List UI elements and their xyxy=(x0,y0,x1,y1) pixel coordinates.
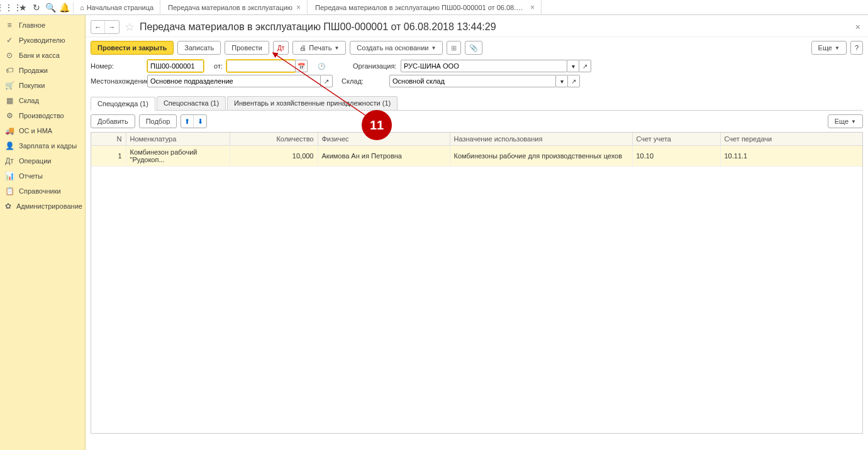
sidebar-label: Продажи xyxy=(19,67,48,74)
grid-icon: ▦ xyxy=(5,96,14,105)
nav-back-button[interactable]: ← xyxy=(91,21,105,33)
chevron-down-icon: ▾ xyxy=(572,63,575,70)
add-row-button[interactable]: Добавить xyxy=(91,114,135,128)
sidebar-item-salary[interactable]: 👤Зарплата и кадры xyxy=(0,138,85,153)
sidebar-item-main[interactable]: ≡Главное xyxy=(0,18,85,33)
org-label: Организация: xyxy=(353,62,397,70)
calendar-button[interactable]: 📅 xyxy=(295,60,308,72)
entries-icon: Дт xyxy=(277,45,284,52)
sidebar-label: Справочники xyxy=(19,187,61,195)
open-button[interactable]: ↗ xyxy=(320,75,333,87)
open-button[interactable]: ↗ xyxy=(567,75,580,87)
tab-tooling[interactable]: Спецоснастка (1) xyxy=(157,96,226,110)
table-more-button[interactable]: Еще▼ xyxy=(828,114,863,128)
post-button[interactable]: Провести xyxy=(225,41,269,55)
sidebar-item-bank[interactable]: ⊙Банк и касса xyxy=(0,48,85,63)
sidebar-item-sales[interactable]: 🏷Продажи xyxy=(0,63,85,78)
tree-icon: ⊞ xyxy=(451,44,457,52)
date-label: от: xyxy=(208,62,223,70)
chevron-down-icon: ▾ xyxy=(560,78,564,85)
post-and-close-button[interactable]: Провести и закрыть xyxy=(91,41,174,55)
tab-doc-2[interactable]: Передача материалов в эксплуатацию ПШ00-… xyxy=(309,0,542,15)
sidebar-item-admin[interactable]: ✿Администрирование xyxy=(0,199,85,214)
col-header-transfer-account[interactable]: Счет передачи xyxy=(720,133,862,146)
table-row[interactable]: 1 Комбинезон рабочий "Рудокоп... 10,000 … xyxy=(91,146,862,167)
col-header-account[interactable]: Счет учета xyxy=(632,133,720,146)
org-input-group: ▾ ↗ xyxy=(401,60,591,72)
dropdown-button[interactable]: ▾ xyxy=(555,75,568,87)
calendar-icon: 📅 xyxy=(298,63,305,70)
sidebar-item-purchases[interactable]: 🛒Покупки xyxy=(0,78,85,93)
location-input[interactable] xyxy=(147,75,321,87)
sidebar-item-operations[interactable]: ДтОперации xyxy=(0,153,85,168)
print-button[interactable]: 🖨Печать▼ xyxy=(292,41,346,55)
bell-icon[interactable]: 🔔 xyxy=(58,1,70,14)
warehouse-input-group: ▾ ↗ xyxy=(389,75,580,87)
create-based-label: Создать на основании xyxy=(357,44,428,52)
move-down-button[interactable]: ⬇ xyxy=(194,115,206,128)
save-button[interactable]: Записать xyxy=(177,41,221,55)
table-toolbar: Добавить Подбор ⬆ ⬇ Еще▼ xyxy=(86,111,868,132)
tab-home[interactable]: ⌂ Начальная страница xyxy=(76,0,160,15)
col-header-purpose[interactable]: Назначение использования xyxy=(450,133,632,146)
create-based-on-button[interactable]: Создать на основании▼ xyxy=(350,41,443,55)
sidebar-item-directories[interactable]: 📋Справочники xyxy=(0,184,85,199)
dropdown-button[interactable]: ▾ xyxy=(567,60,579,72)
tab-close-icon[interactable]: × xyxy=(530,3,535,12)
sidebar-label: Операции xyxy=(19,157,51,165)
structure-button[interactable]: ⊞ xyxy=(447,41,461,55)
page-title-bar: ← → ☆ Передача материалов в эксплуатацию… xyxy=(86,15,868,37)
date-input[interactable] xyxy=(226,60,296,72)
col-header-n[interactable]: N xyxy=(91,133,126,146)
person-icon: 👤 xyxy=(5,141,14,150)
sidebar-label: Склад xyxy=(19,97,39,104)
date-input-group: 📅 xyxy=(226,60,308,72)
help-button[interactable]: ? xyxy=(850,41,863,55)
truck-icon: 🚚 xyxy=(5,126,14,135)
apps-icon[interactable]: ⋮⋮⋮ xyxy=(3,1,15,14)
col-header-quantity[interactable]: Количество xyxy=(230,133,318,146)
show-entries-button[interactable]: Дт xyxy=(273,41,289,55)
star-icon[interactable]: ★ xyxy=(16,1,29,14)
tab-doc-2-label: Передача материалов в эксплуатацию ПШ00-… xyxy=(315,4,526,11)
favorite-star-icon[interactable]: ☆ xyxy=(125,20,135,34)
top-toolbar: ⋮⋮⋮ ★ ↻ 🔍 🔔 ⌂ Начальная страница Передач… xyxy=(0,0,868,15)
move-row-group: ⬆ ⬇ xyxy=(181,114,207,128)
tab-inventory[interactable]: Инвентарь и хозяйственные принадлежности… xyxy=(227,96,398,110)
select-items-button[interactable]: Подбор xyxy=(139,114,177,128)
sidebar-label: Руководителю xyxy=(19,36,65,44)
entry-icon: Дт xyxy=(5,156,14,165)
open-button[interactable]: ↗ xyxy=(579,60,591,72)
number-input[interactable] xyxy=(147,60,204,72)
sidebar-item-manager[interactable]: ✓Руководителю xyxy=(0,33,85,48)
sidebar-item-assets[interactable]: 🚚ОС и НМА xyxy=(0,123,85,138)
move-up-button[interactable]: ⬆ xyxy=(181,115,194,128)
sidebar-item-reports[interactable]: 📊Отчеты xyxy=(0,168,85,184)
settings-icon: ✿ xyxy=(5,202,11,211)
cell-n: 1 xyxy=(91,146,126,167)
search-icon[interactable]: 🔍 xyxy=(44,1,57,14)
tab-doc-1[interactable]: Передача материалов в эксплуатацию × xyxy=(162,0,308,15)
tab-workwear[interactable]: Спецодежда (1) xyxy=(91,97,155,111)
cell-nomenclature: Комбинезон рабочий "Рудокоп... xyxy=(126,146,230,167)
nav-forward-button[interactable]: → xyxy=(105,21,119,33)
org-input[interactable] xyxy=(401,60,567,72)
close-page-button[interactable]: × xyxy=(853,22,863,32)
sidebar-item-production[interactable]: ⚙Производство xyxy=(0,108,85,123)
attachments-button[interactable]: 📎 xyxy=(465,41,482,55)
warehouse-input[interactable] xyxy=(389,75,556,87)
sidebar-label: Производство xyxy=(19,112,64,119)
clipboard-icon: 📋 xyxy=(5,187,14,195)
form-area: Номер: от: 📅 🕐 Организация: ▾ ↗ Местонах… xyxy=(86,58,868,94)
col-header-nomenclature[interactable]: Номенклатура xyxy=(126,133,230,146)
open-icon: ↗ xyxy=(582,63,587,70)
open-icon: ↗ xyxy=(324,78,329,85)
chevron-down-icon: ▼ xyxy=(334,45,339,51)
sidebar-item-warehouse[interactable]: ▦Склад xyxy=(0,93,85,108)
more-button[interactable]: Еще▼ xyxy=(811,41,847,55)
history-icon[interactable]: ↻ xyxy=(30,1,43,14)
sidebar-label: ОС и НМА xyxy=(19,127,52,134)
tab-close-icon[interactable]: × xyxy=(296,3,301,12)
clock-button[interactable]: 🕐 xyxy=(315,60,328,72)
open-icon: ↗ xyxy=(571,78,576,85)
